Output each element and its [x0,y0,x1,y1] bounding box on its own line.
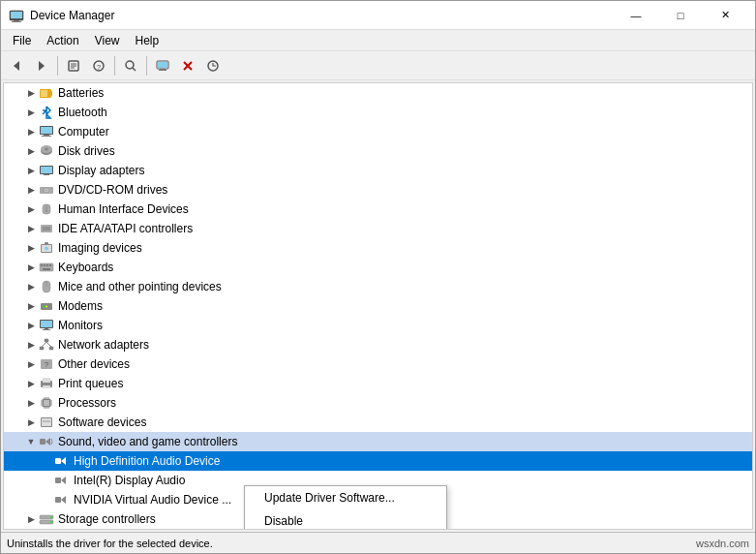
svg-rect-60 [41,321,52,327]
expand-imaging[interactable]: ▶ [23,240,39,256]
tree-item-printqueues[interactable]: ▶ Print queues [4,374,752,393]
maximize-button[interactable]: □ [658,6,703,25]
search-button[interactable] [119,54,142,77]
tree-item-batteries[interactable]: ▶ Batteries [4,83,752,103]
tree-item-softwaredevices[interactable]: ▶ Software devices [4,413,752,432]
svg-rect-63 [45,339,48,342]
label-printqueues: Print queues [58,377,123,390]
svg-point-100 [50,516,52,518]
label-processors: Processors [58,396,116,410]
tree-item-bluetooth[interactable]: ▶ Bluetooth [4,103,752,122]
tree-item-diskdrives[interactable]: ▶ Disk drives [4,141,752,161]
tree-item-network[interactable]: ▶ Network adapters [4,335,752,354]
icon-soundvideo [39,434,54,449]
menu-view[interactable]: View [87,32,128,49]
icon-mice [39,279,54,294]
tree-item-processors[interactable]: ▶ [4,393,752,413]
menu-bar: File Action View Help [1,30,755,51]
tree-item-highdefinition[interactable]: High Definition Audio Device [4,451,752,471]
expand-keyboards[interactable]: ▶ [23,260,39,275]
help-toolbar-button[interactable]: ? [87,54,110,77]
update-driver-button[interactable] [151,54,174,77]
properties-toolbar-button[interactable] [62,54,85,77]
tree-item-computer[interactable]: ▶ Computer [4,122,752,141]
svg-rect-27 [42,136,51,137]
expand-printqueues[interactable]: ▶ [23,376,39,391]
icon-modems [39,298,54,314]
close-button[interactable]: ✕ [703,6,747,25]
toolbar: ? [1,51,755,80]
tree-item-displayadapters[interactable]: ▶ Display adapters [4,161,752,180]
svg-rect-50 [46,264,48,266]
expand-monitors[interactable]: ▶ [23,318,39,333]
tree-item-keyboards[interactable]: ▶ Keyboards [4,258,752,277]
expand-processors[interactable]: ▶ [23,395,39,411]
label-monitors: Monitors [58,319,103,332]
expand-network[interactable]: ▶ [23,337,39,353]
svg-marker-97 [61,496,66,504]
status-text: Uninstalls the driver for the selected d… [7,538,213,549]
title-bar-controls: — □ ✕ [614,6,747,25]
tree-item-imaging[interactable]: ▶ Imaging devices [4,238,752,258]
expand-storage[interactable]: ▶ [23,511,39,527]
tree-item-modems[interactable]: ▶ Modems [4,296,752,316]
icon-imaging [39,240,54,256]
svg-rect-15 [158,62,167,68]
uninstall-button[interactable] [176,54,199,77]
svg-rect-92 [55,458,61,464]
expand-hid[interactable]: ▶ [23,201,39,217]
minimize-button[interactable]: — [614,6,658,25]
svg-rect-32 [41,167,52,173]
expand-modems[interactable]: ▶ [23,298,39,314]
svg-point-56 [43,306,45,308]
svg-rect-51 [49,264,51,266]
tree-item-hid[interactable]: ▶ Human Interface Devices [4,200,752,219]
expand-softwaredevices[interactable]: ▶ [23,415,39,430]
tree-item-systemdevices[interactable]: ▶ System devices [4,529,752,530]
tree-item-dvd[interactable]: ▶ DVD/CD-ROM drives [4,180,752,200]
ctx-disable[interactable]: Disable [245,509,446,530]
scan-changes-button[interactable] [201,54,225,77]
svg-rect-94 [55,477,61,483]
tree-item-mice[interactable]: ▶ Mice and other pointing devices [4,277,752,296]
label-other: Other devices [58,357,130,371]
tree-item-monitors[interactable]: ▶ Monitors [4,316,752,335]
menu-help[interactable]: Help [128,32,167,49]
expand-ide[interactable]: ▶ [23,221,39,236]
expand-batteries[interactable]: ▶ [23,85,39,101]
icon-monitors [39,318,54,333]
icon-inteldisplay [54,473,70,488]
back-button[interactable] [5,54,28,77]
svg-line-67 [46,342,51,347]
status-bar: Uninstalls the driver for the selected d… [1,532,755,553]
tree-item-other[interactable]: ▶ ? Other devices [4,354,752,374]
device-tree[interactable]: ▶ Batteries ▶ Bluetooth ▶ [3,82,753,530]
svg-rect-64 [40,347,44,350]
svg-rect-33 [44,174,49,175]
expand-bluetooth[interactable]: ▶ [23,105,39,120]
expand-mice[interactable]: ▶ [23,279,39,294]
expand-displayadapters[interactable]: ▶ [23,163,39,178]
svg-marker-95 [61,477,66,484]
svg-rect-3 [12,21,21,22]
label-imaging: Imaging devices [58,241,142,255]
menu-action[interactable]: Action [39,32,86,49]
brand-text: wsxdn.com [696,538,749,549]
label-displayadapters: Display adapters [58,164,144,177]
expand-soundvideo[interactable]: ▼ [23,434,39,449]
menu-file[interactable]: File [5,32,39,49]
expand-computer[interactable]: ▶ [23,124,39,139]
svg-rect-88 [42,418,51,426]
tree-item-soundvideo[interactable]: ▼ Sound, video and game controllers [4,432,752,451]
label-dvd: DVD/CD-ROM drives [58,183,167,197]
ctx-update-driver[interactable]: Update Driver Software... [245,486,446,509]
label-hid: Human Interface Devices [58,202,189,216]
svg-line-66 [42,342,46,347]
svg-rect-49 [44,264,45,266]
expand-other[interactable]: ▶ [23,356,39,372]
tree-item-ide[interactable]: ▶ IDE ATA/ATAPI controllers [4,219,752,238]
svg-marker-4 [14,61,19,71]
expand-diskdrives[interactable]: ▶ [23,143,39,159]
expand-dvd[interactable]: ▶ [23,182,39,198]
forward-button[interactable] [30,54,53,77]
